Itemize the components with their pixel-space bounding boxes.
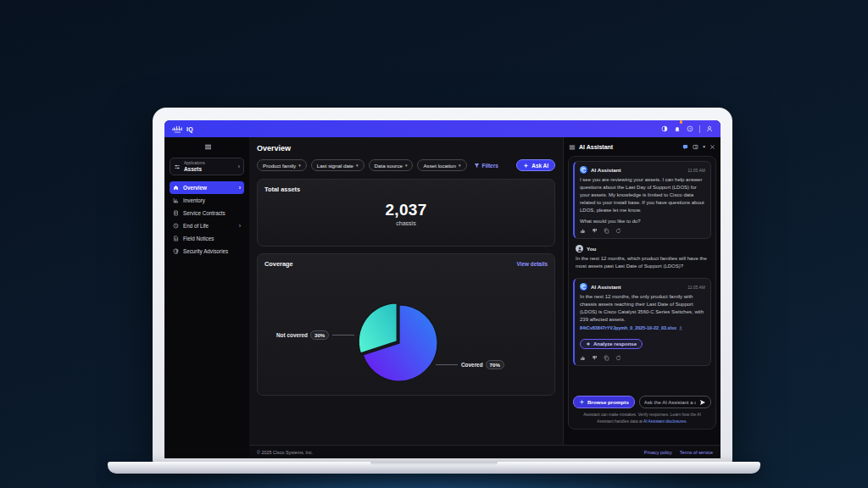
chat-surface: AI Assistant11:05 AMI see you are review… [568, 156, 716, 430]
sidebar-item-label: Inventory [183, 197, 205, 203]
send-icon[interactable] [699, 399, 706, 406]
sidebar-item-security-advisories[interactable]: Security Advisories [170, 245, 244, 258]
cisco-bars-icon: cisco [172, 125, 183, 134]
svg-text:?: ? [689, 127, 692, 131]
download-icon [678, 325, 683, 330]
not-covered-callout: Not covered 30% [276, 330, 358, 340]
total-assets-value: 2,037 [264, 201, 548, 219]
topbar-actions: ? [661, 121, 713, 136]
ai-avatar [580, 283, 587, 291]
total-assets-unit: chassis [264, 220, 548, 226]
app-footer: © 2025 Cisco Systems, Inc. Privacy polic… [249, 445, 721, 458]
layout-panel-icon[interactable] [693, 144, 698, 150]
total-assets-title: Total assets [264, 186, 548, 193]
thumb-up-icon[interactable] [580, 228, 586, 234]
page-title: Overview [257, 144, 555, 152]
callout-line [436, 364, 458, 365]
chevron-right-icon: › [238, 164, 240, 169]
laptop-base [108, 462, 760, 474]
view-details-link[interactable]: View details [517, 261, 548, 267]
sidebar-item-service-contracts[interactable]: Service Contracts [170, 207, 244, 219]
thumb-up-icon[interactable] [580, 355, 586, 361]
filter-chip-data-source[interactable]: Data source▾ [369, 159, 414, 171]
caret-down-icon: ▾ [298, 164, 301, 168]
sidebar-item-label: Service Contracts [183, 210, 225, 216]
funnel-icon [474, 163, 480, 169]
ai-assistant-title: AI Assistant [579, 144, 613, 150]
thumb-down-icon[interactable] [592, 355, 598, 361]
user-message: YouIn the next 12 months, which product … [573, 244, 711, 273]
sidebar-item-label: Security Advisories [183, 248, 228, 254]
sidebar-item-end-of-life[interactable]: End of Life› [170, 219, 244, 232]
desktop-background: cisco IQ ? [0, 0, 868, 488]
ask-ai-label: Ask AI [531, 163, 548, 169]
filters-label: Filters [482, 163, 498, 169]
question-input[interactable] [644, 400, 696, 405]
inventory-icon [173, 197, 179, 203]
caret-down-icon: ▾ [356, 164, 359, 168]
copyright: © 2025 Cisco Systems, Inc. [257, 450, 313, 455]
message-timestamp: 11:05 AM [687, 285, 705, 290]
disclosures-link[interactable]: AI Assistant disclosures. [643, 419, 687, 424]
app-window: cisco IQ ? [164, 120, 721, 458]
attachment-filename: 84tCv83847rYVJpymh_0_2025-10-22_03.xlsx [580, 325, 676, 330]
copy-icon[interactable] [604, 228, 609, 234]
composer: Browse prompts [569, 392, 715, 411]
filter-chip-product-family[interactable]: Product family▾ [257, 159, 307, 171]
message-sender: You [587, 246, 596, 252]
attachment-link[interactable]: 84tCv83847rYVJpymh_0_2025-10-22_03.xlsx [580, 325, 705, 330]
help-icon[interactable]: ? [687, 125, 693, 132]
laptop-screen: cisco IQ ? [153, 108, 732, 463]
ai-panel-header: AI Assistant ▾ [569, 141, 715, 152]
theme-toggle-icon[interactable] [661, 125, 668, 132]
filters-button[interactable]: Filters [474, 163, 498, 169]
message-sender: AI Assistant [591, 284, 621, 290]
covered-callout: Covered 70% [432, 360, 504, 369]
clock-icon [173, 223, 179, 229]
contract-icon [173, 210, 179, 216]
sparkle-icon [579, 399, 585, 405]
sidebar-menu-icon[interactable] [171, 143, 244, 151]
covered-percentage: 70% [486, 360, 504, 369]
filter-chip-last-signal-date[interactable]: Last signal date▾ [311, 159, 364, 171]
terms-of-service-link[interactable]: Terms of service [680, 450, 713, 455]
ai-avatar [580, 166, 587, 174]
assistant-menu-icon[interactable] [569, 144, 576, 151]
ask-ai-button[interactable]: Ask AI [516, 159, 555, 171]
question-input-box [639, 396, 711, 408]
close-icon[interactable] [709, 144, 715, 150]
chevron-down-icon[interactable]: ▾ [703, 145, 705, 150]
assistant-disclaimer: Assistant can make mistakes. Verify resp… [569, 411, 715, 429]
cisco-logo: cisco IQ [172, 125, 193, 134]
thumb-down-icon[interactable] [592, 228, 598, 234]
copy-icon[interactable] [604, 355, 609, 361]
app-switcher-label: Assets [184, 166, 205, 173]
chat-history-icon[interactable] [682, 144, 688, 150]
privacy-policy-link[interactable]: Privacy policy [644, 450, 672, 455]
filter-chip-asset-location[interactable]: Asset location▾ [417, 159, 466, 171]
sidebar-item-label: Field Notices [183, 236, 214, 241]
regenerate-icon[interactable] [615, 228, 621, 234]
analyze-response-button[interactable]: Analyze response [580, 339, 643, 349]
not-covered-percentage: 30% [310, 330, 329, 340]
profile-icon[interactable] [706, 125, 713, 132]
analyze-response-label: Analyze response [593, 341, 637, 347]
home-icon [173, 185, 179, 191]
sidebar-item-inventory[interactable]: Inventory [170, 194, 244, 207]
message-text: In the next 12 months, which product fam… [576, 255, 709, 270]
message-text: I see you are reviewing your assets. I c… [580, 176, 705, 225]
filter-chip-label: Asset location [423, 163, 456, 169]
assistant-message: AI Assistant11:05 AMI see you are review… [573, 161, 711, 239]
top-app-bar: cisco IQ ? [164, 120, 721, 137]
message-actions [580, 355, 705, 361]
sidebar-item-label: End of Life [183, 223, 209, 229]
app-switcher[interactable]: Applications Assets › [170, 158, 244, 175]
filter-chip-label: Last signal date [317, 163, 353, 169]
notifications-button[interactable] [674, 121, 681, 136]
sidebar-item-field-notices[interactable]: Field Notices [170, 232, 244, 245]
sidebar-item-label: Overview [183, 185, 207, 191]
sidebar-item-overview[interactable]: Overview› [170, 181, 244, 194]
regenerate-icon[interactable] [615, 355, 621, 361]
browse-prompts-button[interactable]: Browse prompts [573, 396, 635, 408]
topbar-divider [699, 125, 700, 133]
